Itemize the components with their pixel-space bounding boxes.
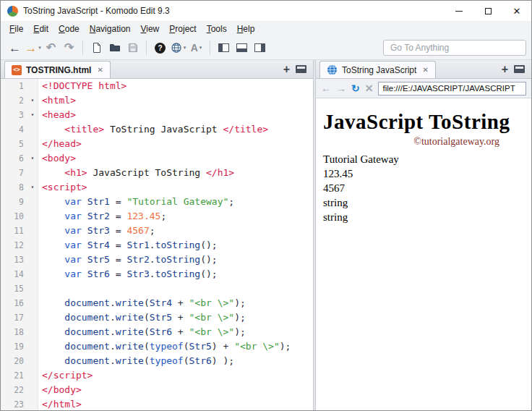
code-line-12[interactable]: 12 var Str4 = Str1.toString();: [1, 238, 313, 253]
code-line-7[interactable]: 7 <h1> JavaScript ToString </h1>: [1, 166, 313, 180]
address-bar-input[interactable]: [378, 82, 526, 96]
minimize-button[interactable]: [445, 1, 473, 21]
fold-marker-icon[interactable]: ▾: [27, 180, 38, 195]
code-line-15[interactable]: 15: [1, 281, 313, 296]
main-toolbar: ← →▾ ↶ ↷ ? ▾ A▾: [1, 36, 531, 60]
menu-item-view[interactable]: View: [135, 22, 164, 35]
undo-button[interactable]: ↶: [42, 38, 60, 57]
line-number: 8: [1, 180, 27, 195]
code-line-5[interactable]: 5</head>: [1, 137, 313, 151]
toggle-left-pane-button[interactable]: [215, 38, 233, 57]
chevron-down-icon: ▾: [38, 45, 41, 51]
open-file-button[interactable]: [106, 38, 124, 57]
new-tab-button[interactable]: +: [502, 64, 508, 75]
code-line-8[interactable]: 8▾<script>: [1, 180, 313, 195]
line-number: 14: [1, 267, 27, 281]
font-icon: A: [191, 42, 198, 54]
code-line-16[interactable]: 16 document.write(Str4 + "<br \>");: [1, 296, 313, 310]
redo-button[interactable]: ↷: [60, 38, 78, 57]
code-line-18[interactable]: 18 document.write(Str6 + "<br \>");: [1, 325, 313, 339]
help-button[interactable]: ?: [151, 38, 169, 57]
fold-margin: [27, 209, 38, 224]
code-line-1[interactable]: 1<!DOCTYPE html>: [1, 79, 313, 93]
maximize-icon: [485, 8, 492, 14]
code-line-6[interactable]: 6▾<body>: [1, 151, 313, 166]
line-number: 20: [1, 354, 27, 368]
code-line-19[interactable]: 19 document.write(typeof(Str5) + "<br \>…: [1, 339, 313, 354]
code-line-3[interactable]: 3▾<head>: [1, 108, 313, 122]
code-line-4[interactable]: 4 <title> ToString JavaScript </title>: [1, 122, 313, 137]
line-number: 1: [1, 79, 27, 93]
window-title: ToString JavaScript - Komodo Edit 9.3: [23, 6, 170, 16]
fold-marker-icon[interactable]: ▾: [27, 93, 38, 108]
code-line-2[interactable]: 2▾<html>: [1, 93, 313, 108]
open-folder-icon: [109, 42, 121, 54]
browser-preview-button[interactable]: ▾: [169, 38, 187, 57]
font-style-button[interactable]: A▾: [187, 38, 205, 57]
go-to-anything-input[interactable]: [383, 40, 526, 56]
toggle-right-pane-button[interactable]: [251, 38, 269, 57]
toolbar-separator: [82, 41, 83, 55]
code-text: var Str5 = Str2.toString();: [38, 253, 218, 267]
menu-item-project[interactable]: Project: [164, 22, 201, 35]
save-icon: [127, 42, 139, 54]
code-line-14[interactable]: 14 var Str6 = Str3.toString();: [1, 267, 313, 281]
back-button[interactable]: ←: [6, 38, 24, 57]
stop-icon[interactable]: ✕: [365, 83, 374, 93]
fold-marker-icon[interactable]: ▾: [27, 151, 38, 166]
back-icon: ←: [9, 42, 21, 54]
undo-icon: ↶: [46, 42, 56, 54]
editor-tab-label: TOSTRING.html: [26, 65, 91, 75]
split-view-icon[interactable]: [296, 65, 306, 73]
code-text: [38, 281, 42, 296]
code-text: <head>: [38, 108, 76, 122]
line-number: 3: [1, 108, 27, 122]
browser-back-icon[interactable]: ←: [321, 83, 331, 93]
fold-marker-icon[interactable]: ▾: [27, 108, 38, 122]
toggle-bottom-pane-button[interactable]: [233, 38, 251, 57]
menu-bar: FileEditCodeNavigationViewProjectToolsHe…: [1, 21, 531, 36]
tab-tostring-html[interactable]: <> TOSTRING.html ✕: [4, 61, 111, 78]
menu-item-help[interactable]: Help: [232, 22, 260, 35]
code-text: document.write(Str6 + "<br \>");: [38, 325, 246, 339]
code-line-20[interactable]: 20 document.write(typeof(Str6) );: [1, 354, 313, 368]
tab-close-icon[interactable]: ✕: [422, 66, 428, 74]
new-file-button[interactable]: [87, 38, 106, 57]
preview-output-line: string: [323, 210, 531, 224]
globe-icon: [171, 42, 182, 54]
code-text: </script>: [38, 368, 93, 383]
code-line-10[interactable]: 10 var Str2 = 123.45;: [1, 209, 313, 224]
line-number: 2: [1, 93, 27, 108]
menu-item-code[interactable]: Code: [53, 22, 85, 35]
new-tab-button[interactable]: +: [283, 64, 290, 75]
split-view-icon[interactable]: [514, 65, 525, 73]
code-line-23[interactable]: 23</html>: [1, 397, 313, 410]
tab-close-icon[interactable]: ✕: [97, 66, 103, 74]
tab-tostring-javascript[interactable]: ToString JavaScript ✕: [319, 61, 436, 78]
code-text: <html>: [38, 93, 76, 108]
chevron-down-icon: ▾: [184, 45, 186, 51]
code-editor[interactable]: 1<!DOCTYPE html>2▾<html>3▾<head>4 <title…: [1, 79, 313, 410]
menu-item-navigation[interactable]: Navigation: [85, 22, 136, 35]
menu-item-tools[interactable]: Tools: [202, 22, 232, 35]
fold-margin: [27, 122, 38, 137]
code-line-22[interactable]: 22</body>: [1, 383, 313, 397]
code-line-13[interactable]: 13 var Str5 = Str2.toString();: [1, 253, 313, 267]
line-number: 7: [1, 166, 27, 180]
code-line-17[interactable]: 17 document.write(Str5 + "<br \>");: [1, 310, 313, 325]
code-text: document.write(Str4 + "<br \>");: [38, 296, 246, 310]
line-number: 23: [1, 397, 27, 410]
save-button[interactable]: [124, 38, 142, 57]
title-bar: ToString JavaScript - Komodo Edit 9.3 ✕: [1, 1, 531, 21]
code-line-21[interactable]: 21</script>: [1, 368, 313, 383]
code-line-11[interactable]: 11 var Str3 = 4567;: [1, 224, 313, 238]
close-button[interactable]: ✕: [502, 1, 531, 21]
menu-item-file[interactable]: File: [4, 22, 28, 35]
refresh-icon[interactable]: ↻: [351, 83, 360, 93]
menu-item-edit[interactable]: Edit: [28, 22, 53, 35]
maximize-button[interactable]: [473, 1, 502, 21]
forward-button[interactable]: →▾: [24, 38, 42, 57]
code-line-9[interactable]: 9 var Str1 = "Tutorial Gateway";: [1, 195, 313, 209]
redo-icon: ↷: [64, 42, 74, 54]
browser-forward-icon[interactable]: →: [336, 83, 346, 93]
